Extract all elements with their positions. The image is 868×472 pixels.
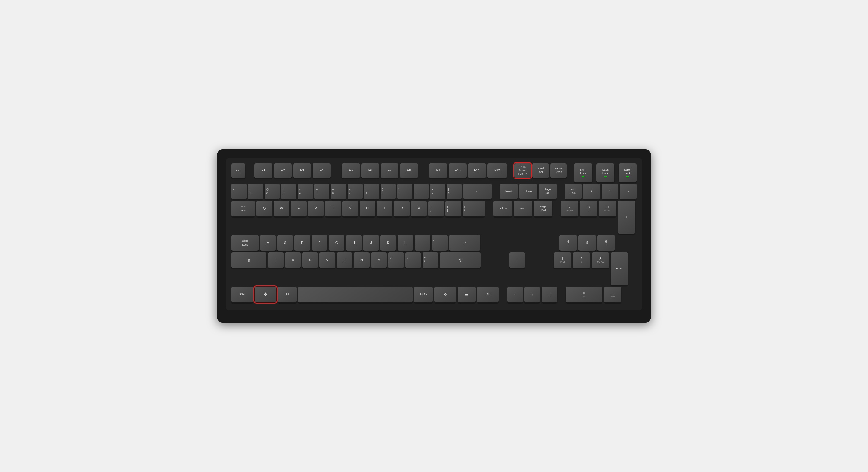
key-print-screen[interactable]: PrintScreenSys Rq — [515, 163, 531, 178]
key-g[interactable]: G — [329, 235, 344, 251]
key-j[interactable]: J — [363, 235, 379, 251]
key-pagedown[interactable]: PageDown — [534, 201, 553, 216]
key-f7[interactable]: F7 — [381, 163, 398, 178]
key-q[interactable]: Q — [256, 201, 272, 216]
key-num-mul[interactable]: * — [601, 184, 618, 199]
key-7[interactable]: & 7 — [347, 184, 363, 199]
key-n[interactable]: N — [354, 252, 370, 268]
key-s[interactable]: S — [277, 235, 293, 251]
key-num7[interactable]: 7 Home — [561, 201, 578, 216]
key-num8[interactable]: 8 ↑ — [580, 201, 597, 216]
key-f5[interactable]: F5 — [342, 163, 360, 178]
key-u[interactable]: U — [360, 201, 375, 216]
key-quote[interactable]: " ' — [432, 235, 447, 251]
key-z[interactable]: Z — [268, 252, 284, 268]
key-l[interactable]: L — [398, 235, 413, 251]
key-equals[interactable]: + = — [430, 184, 445, 199]
key-arrow-right[interactable]: → — [541, 287, 557, 302]
key-4[interactable]: $ 4 — [298, 184, 313, 199]
key-numlock[interactable]: NumLock — [565, 184, 582, 199]
key-f2[interactable]: F2 — [274, 163, 292, 178]
key-h[interactable]: H — [346, 235, 362, 251]
key-end[interactable]: End — [514, 201, 532, 216]
key-v[interactable]: V — [319, 252, 335, 268]
key-arrow-down[interactable]: ↓ — [524, 287, 540, 302]
key-minus[interactable]: _ - — [413, 184, 429, 199]
key-c[interactable]: C — [302, 252, 318, 268]
key-num6[interactable]: 6 → — [597, 235, 615, 251]
key-8[interactable]: * 8 — [364, 184, 379, 199]
key-insert[interactable]: Insert — [500, 184, 518, 199]
key-tab[interactable]: ←→→← — [231, 201, 255, 216]
key-num0[interactable]: 0 Ins — [566, 287, 602, 302]
key-pageup[interactable]: PageUp — [539, 184, 557, 199]
key-a[interactable]: A — [260, 235, 276, 251]
key-num9[interactable]: 9 Pg Up — [599, 201, 616, 216]
key-2[interactable]: @ 2 — [265, 184, 280, 199]
key-f4[interactable]: F4 — [313, 163, 330, 178]
key-num-enter[interactable]: Enter — [611, 252, 628, 285]
key-num4[interactable]: 4 ← — [559, 235, 577, 251]
key-num1[interactable]: 1 End — [554, 252, 571, 268]
key-num-plus[interactable]: + — [618, 201, 635, 233]
key-w[interactable]: W — [274, 201, 289, 216]
key-5[interactable]: % 5 — [314, 184, 330, 199]
key-9[interactable]: ( 9 — [381, 184, 396, 199]
key-rwin[interactable]: ❖ — [434, 287, 456, 302]
key-f[interactable]: F — [312, 235, 327, 251]
key-f8[interactable]: F8 — [400, 163, 418, 178]
key-b[interactable]: B — [337, 252, 352, 268]
key-lwin[interactable]: ❖ — [255, 287, 276, 302]
key-backspace[interactable]: ← — [463, 184, 492, 199]
key-f6[interactable]: F6 — [361, 163, 379, 178]
key-enter[interactable]: ↵ — [449, 235, 480, 251]
key-home[interactable]: Home — [519, 184, 537, 199]
key-slash[interactable]: ? / — [423, 252, 438, 268]
key-k[interactable]: K — [380, 235, 396, 251]
key-capslock[interactable]: CapsLock — [231, 235, 258, 251]
key-y[interactable]: Y — [342, 201, 358, 216]
key-p[interactable]: P — [411, 201, 427, 216]
key-num-div[interactable]: / — [583, 184, 600, 199]
key-arrow-up[interactable]: ↑ — [509, 252, 525, 268]
key-d[interactable]: D — [294, 235, 310, 251]
key-comma[interactable]: < , — [388, 252, 404, 268]
key-f1[interactable]: F1 — [254, 163, 272, 178]
key-f9[interactable]: F9 — [429, 163, 447, 178]
key-num-del[interactable]: . Del — [604, 287, 621, 302]
key-f10[interactable]: F10 — [449, 163, 467, 178]
key-t[interactable]: T — [325, 201, 341, 216]
key-f3[interactable]: F3 — [293, 163, 311, 178]
key-esc[interactable]: Esc — [231, 163, 245, 178]
key-menu[interactable]: ☰ — [458, 287, 475, 302]
key-rbracket[interactable]: } ] — [445, 201, 461, 216]
key-num2[interactable]: 2 ↓ — [572, 252, 590, 268]
key-f11[interactable]: F11 — [468, 163, 486, 178]
key-num3[interactable]: 3 Pg Dn — [592, 252, 609, 268]
key-r[interactable]: R — [308, 201, 324, 216]
key-altgr[interactable]: Alt Gr — [414, 287, 433, 302]
key-backslash-num[interactable]: | \ — [447, 184, 462, 199]
key-period[interactable]: > . — [405, 252, 421, 268]
key-rctrl[interactable]: Ctrl — [477, 287, 499, 302]
key-3[interactable]: # 3 — [281, 184, 296, 199]
key-lbracket[interactable]: { [ — [428, 201, 444, 216]
key-6[interactable]: ^ 6 — [331, 184, 346, 199]
key-i[interactable]: I — [377, 201, 393, 216]
key-num-sub[interactable]: - — [620, 184, 637, 199]
key-lshift[interactable]: ⇧ — [231, 252, 267, 268]
key-0[interactable]: ) 0 — [397, 184, 412, 199]
key-semicolon[interactable]: : ; — [415, 235, 430, 251]
key-lctrl[interactable]: Ctrl — [231, 287, 253, 302]
key-lalt[interactable]: Alt — [278, 287, 297, 302]
key-rshift[interactable]: ⇧ — [440, 252, 481, 268]
key-num5[interactable]: 5 — [578, 235, 596, 251]
key-m[interactable]: M — [371, 252, 387, 268]
key-f12[interactable]: F12 — [487, 163, 507, 178]
key-backtick[interactable]: ~ ` — [231, 184, 247, 199]
key-space[interactable] — [298, 287, 412, 302]
key-arrow-left[interactable]: ← — [507, 287, 523, 302]
key-delete[interactable]: Delete — [493, 201, 512, 216]
key-backslash[interactable]: | \ — [463, 201, 485, 216]
key-scroll-lock[interactable]: ScrollLock — [532, 163, 549, 178]
